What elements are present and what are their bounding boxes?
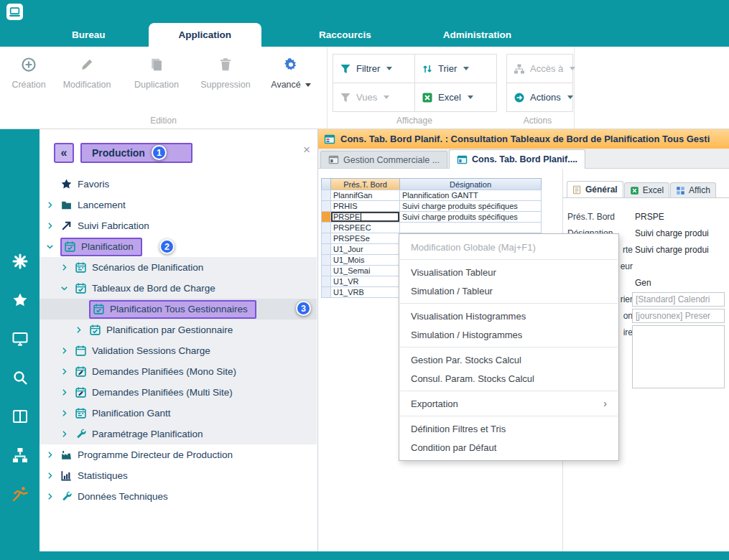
chevron-right-icon[interactable] bbox=[45, 220, 60, 231]
chevron-right-icon[interactable] bbox=[60, 366, 75, 377]
chevron-right-icon[interactable] bbox=[45, 200, 60, 210]
chevron-right-icon[interactable] bbox=[60, 408, 75, 419]
creation-button[interactable]: Création bbox=[6, 57, 52, 90]
chevron-right-icon[interactable] bbox=[60, 262, 75, 273]
tree-item-suivi-fabrication[interactable]: Suivi Fabrication bbox=[40, 215, 317, 236]
cell-code[interactable]: PRSPEEC bbox=[330, 222, 400, 233]
menu-item-visualisation-histogrammes[interactable]: Visualisation Histogrammes bbox=[399, 307, 618, 325]
menu-item-condition-par-defaut[interactable]: Condition par Défaut bbox=[399, 438, 618, 457]
close-panel-button[interactable]: × bbox=[303, 144, 310, 156]
tree-item-demandes-planifiees-multi-site[interactable]: Demandes Planifiées (Multi Site) bbox=[40, 382, 317, 403]
chevron-down-icon[interactable] bbox=[60, 283, 75, 294]
cell-designation[interactable]: Suivi charge produits spécifiques bbox=[399, 211, 542, 223]
tree-item-planification-gantt[interactable]: Planification Gantt bbox=[40, 403, 317, 424]
chevron-right-icon[interactable] bbox=[60, 387, 75, 398]
flower-icon[interactable] bbox=[11, 253, 29, 270]
columns-icon[interactable] bbox=[11, 408, 29, 425]
tree-item-tableaux-de-bord-de-charge[interactable]: Tableaux de Bord de Charge bbox=[40, 278, 317, 299]
menu-item-modification-globale-maj-f1[interactable]: Modification Globale (Maj+F1) bbox=[399, 238, 618, 256]
detail-tab-general[interactable]: Général bbox=[567, 181, 623, 197]
cell-designation[interactable]: Plannification GANTT bbox=[399, 190, 542, 201]
acces-a-button[interactable]: Accès à bbox=[506, 54, 573, 83]
tree-item-parametrage-planification[interactable]: Paramétrage Planification bbox=[40, 424, 317, 444]
document-tab-cons-tab-bord-planif[interactable]: Cons. Tab. Bord Planif.... bbox=[449, 149, 585, 169]
menu-tab-bureau[interactable]: Bureau bbox=[56, 23, 121, 47]
menu-tab-raccourcis[interactable]: Raccourcis bbox=[303, 23, 387, 47]
menu-tab-administration[interactable]: Administration bbox=[427, 23, 527, 47]
vues-button[interactable]: Vues bbox=[333, 83, 415, 112]
document-tab-gestion-commerciale[interactable]: Gestion Commerciale ... bbox=[320, 151, 447, 168]
nav-panel-title[interactable]: Production bbox=[80, 143, 192, 163]
row-selector[interactable] bbox=[321, 265, 331, 276]
chevron-right-icon[interactable] bbox=[45, 449, 60, 460]
cell-designation[interactable]: Suivi charge produits spécifiques bbox=[399, 200, 542, 212]
row-selector[interactable] bbox=[321, 243, 331, 255]
cell-designation[interactable] bbox=[399, 222, 542, 233]
menu-item-simulation-histogrammes[interactable]: Simulation / Histogrammes bbox=[399, 325, 618, 344]
cell-code[interactable]: U1_Semai bbox=[330, 265, 400, 276]
row-selector[interactable] bbox=[321, 200, 331, 212]
chevron-right-icon[interactable] bbox=[60, 345, 75, 356]
row-selector[interactable] bbox=[321, 276, 331, 287]
modification-button[interactable]: Modification bbox=[52, 57, 122, 90]
collapse-panel-button[interactable]: « bbox=[54, 143, 74, 163]
menu-item-visualisation-tableur[interactable]: Visualisation Tableur bbox=[399, 263, 618, 281]
filtrer-button[interactable]: Filtrer bbox=[333, 54, 415, 83]
tree-item-favoris[interactable]: Favoris bbox=[40, 174, 317, 195]
avance-button[interactable]: Avancé bbox=[260, 57, 322, 90]
column-header-code[interactable]: Prés.T. Bord bbox=[330, 178, 400, 190]
tree-item-scenarios-de-planification[interactable]: Scénarios de Planification bbox=[40, 257, 317, 278]
cell-code[interactable]: PRHIS bbox=[330, 200, 400, 212]
row-selector[interactable] bbox=[321, 190, 331, 201]
detail-tab-excel[interactable]: Excel bbox=[624, 182, 669, 197]
menu-item-consul-param-stocks-calcul[interactable]: Consul. Param. Stocks Calcul bbox=[399, 369, 618, 388]
suppression-button[interactable]: Suppression bbox=[191, 57, 260, 90]
field-input-disabled[interactable]: [joursnonex] Preser bbox=[632, 309, 725, 323]
chevron-right-icon[interactable] bbox=[45, 491, 60, 502]
monitor-icon[interactable] bbox=[11, 330, 29, 347]
cell-code[interactable]: U1_Jour bbox=[330, 243, 400, 255]
tree-item-statistiques[interactable]: Statistiques bbox=[40, 465, 317, 486]
runner-icon[interactable] bbox=[11, 485, 29, 503]
column-header-designation[interactable]: Désignation bbox=[399, 178, 542, 190]
sitemap-icon[interactable] bbox=[11, 447, 29, 464]
tree-item-planification-par-gestionnaire[interactable]: Planification par Gestionnaire bbox=[40, 319, 317, 340]
excel-button[interactable]: Excel bbox=[414, 83, 497, 112]
cell-code[interactable]: PRSPESe bbox=[330, 233, 400, 244]
field-input-disabled[interactable]: [Standard] Calendri bbox=[632, 292, 725, 307]
tree-item-programme-directeur-de-production[interactable]: Programme Directeur de Production bbox=[40, 444, 317, 465]
star-icon[interactable] bbox=[11, 291, 29, 309]
detail-tab-affich[interactable]: Affich bbox=[670, 182, 716, 197]
actions-button[interactable]: Actions bbox=[506, 83, 573, 112]
row-selector[interactable] bbox=[321, 222, 331, 233]
cell-code[interactable]: PRSPE bbox=[330, 211, 400, 223]
row-selector[interactable] bbox=[321, 233, 331, 244]
chevron-down-icon[interactable] bbox=[45, 241, 60, 252]
grid-corner-cell[interactable] bbox=[321, 178, 331, 190]
row-selector[interactable] bbox=[321, 254, 331, 266]
tree-item-validation-sessions-charge[interactable]: Validation Sessions Charge bbox=[40, 340, 317, 361]
search-icon[interactable] bbox=[11, 369, 29, 386]
cell-code[interactable]: PlannifGan bbox=[330, 190, 400, 201]
trier-button[interactable]: Trier bbox=[414, 54, 497, 83]
row-selector[interactable] bbox=[321, 211, 331, 223]
menu-item-definition-filtres-et-tris[interactable]: Définition Filtres et Tris bbox=[399, 419, 618, 438]
chevron-right-icon[interactable] bbox=[45, 470, 60, 481]
menu-item-exportation[interactable]: Exportation› bbox=[399, 394, 618, 413]
cell-code[interactable]: U1_VRB bbox=[330, 286, 400, 298]
duplication-button[interactable]: Duplication bbox=[122, 57, 191, 90]
row-selector[interactable] bbox=[321, 286, 331, 298]
chevron-right-icon[interactable] bbox=[74, 325, 89, 335]
menu-item-gestion-par-stocks-calcul[interactable]: Gestion Par. Stocks Calcul bbox=[399, 350, 618, 369]
tree-item-demandes-planifiees-mono-site[interactable]: Demandes Planifiées (Mono Site) bbox=[40, 361, 317, 382]
cell-code[interactable]: U1_Mois bbox=[330, 254, 400, 266]
tree-item-lancement[interactable]: Lancement bbox=[40, 195, 317, 215]
chevron-right-icon[interactable] bbox=[60, 429, 75, 439]
menu-tab-application[interactable]: Application bbox=[149, 23, 262, 47]
menu-item-simulation-tableur[interactable]: Simulation / Tableur bbox=[399, 281, 618, 300]
field-textarea[interactable] bbox=[632, 325, 725, 388]
app-logo-icon[interactable] bbox=[6, 4, 23, 20]
tree-item-donnees-techniques[interactable]: Données Techniques bbox=[40, 486, 317, 507]
cell-code[interactable]: U1_VR bbox=[330, 276, 400, 287]
tree-item-planification[interactable]: Planification bbox=[40, 236, 317, 257]
